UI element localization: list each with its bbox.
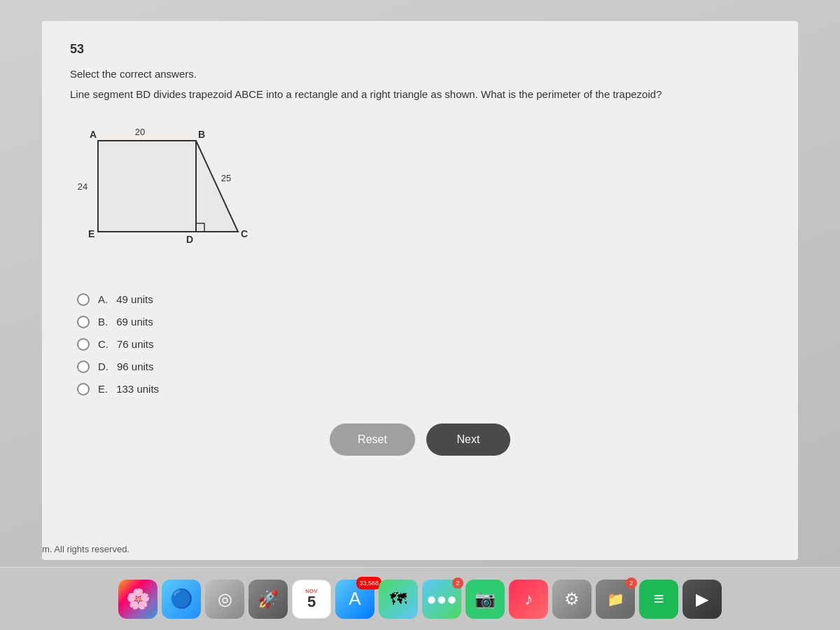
- dock-facetime[interactable]: 📷: [465, 580, 505, 619]
- music-icon: ♪: [524, 589, 533, 609]
- question-number: 53: [70, 42, 770, 57]
- spotify-icon: ≡: [653, 588, 664, 610]
- option-b-row[interactable]: B. 69 units: [77, 316, 770, 328]
- option-d-radio[interactable]: [77, 360, 90, 373]
- photos-icon: 🌸: [126, 587, 150, 610]
- extra-icon: ▶: [696, 589, 708, 609]
- option-e-text: 133 units: [116, 383, 159, 395]
- finder-icon: 🔵: [170, 588, 192, 610]
- svg-text:24: 24: [78, 181, 88, 192]
- buttons-row: Reset Next: [70, 424, 770, 456]
- content-area: 53 Select the correct answers. Line segm…: [42, 21, 798, 560]
- appstore-icon: A: [349, 588, 360, 610]
- dock-siri[interactable]: ◎: [205, 580, 244, 619]
- dock-appstore[interactable]: A 33,568: [335, 580, 374, 619]
- siri-icon: ◎: [218, 589, 232, 609]
- svg-text:25: 25: [221, 173, 231, 183]
- dock-photos[interactable]: 🌸: [118, 580, 158, 619]
- option-a-row[interactable]: A. 49 units: [77, 293, 770, 306]
- option-c-label: C.: [98, 338, 108, 350]
- option-b-label: B.: [98, 316, 108, 328]
- question-text: Line segment BD divides trapezoid ABCE i…: [70, 87, 770, 103]
- option-c-row[interactable]: C. 76 units: [77, 338, 770, 351]
- dock-finder2[interactable]: 📁 2: [596, 580, 635, 619]
- option-b-text: 69 units: [116, 316, 153, 328]
- option-e-label: E.: [98, 383, 108, 395]
- diagram: A B C D E 20 24 25: [77, 120, 301, 274]
- finder2-badge: 2: [626, 578, 637, 589]
- instruction-text: Select the correct answers.: [70, 68, 770, 80]
- maps-icon: 🗺: [390, 589, 407, 609]
- option-c-text: 76 units: [117, 338, 154, 350]
- calendar-day: 5: [307, 594, 316, 610]
- svg-text:B: B: [198, 129, 205, 140]
- option-a-text: 49 units: [116, 293, 153, 305]
- messages-badge: 2: [452, 578, 463, 589]
- svg-text:20: 20: [135, 127, 145, 137]
- svg-text:E: E: [88, 228, 94, 239]
- reset-button[interactable]: Reset: [330, 424, 415, 456]
- dock-finder[interactable]: 🔵: [162, 580, 201, 619]
- next-button[interactable]: Next: [426, 424, 510, 456]
- option-b-radio[interactable]: [77, 316, 90, 328]
- dock-music[interactable]: ♪: [509, 580, 548, 619]
- appstore-badge: 33,568: [356, 577, 382, 589]
- option-e-row[interactable]: E. 133 units: [77, 383, 770, 396]
- dock-launchpad[interactable]: 🚀: [248, 580, 288, 619]
- option-c-radio[interactable]: [77, 338, 90, 351]
- option-d-row[interactable]: D. 96 units: [77, 360, 770, 373]
- footer-copyright: m. All rights reserved.: [42, 544, 130, 554]
- svg-text:D: D: [186, 234, 193, 245]
- calendar-display: NOV 5: [305, 588, 317, 610]
- settings-icon: ⚙: [564, 589, 580, 609]
- finder2-icon: 📁: [607, 591, 624, 608]
- dock: 🌸 🔵 ◎ 🚀 NOV 5 A 33,568 🗺 ●●● 2: [0, 567, 840, 630]
- messages-icon: ●●●: [426, 589, 457, 609]
- option-a-radio[interactable]: [77, 293, 90, 306]
- option-e-radio[interactable]: [77, 383, 90, 396]
- svg-text:A: A: [90, 129, 97, 140]
- options-container: A. 49 units B. 69 units C. 76 units D. 9…: [77, 293, 770, 396]
- screen: 53 Select the correct answers. Line segm…: [0, 0, 840, 630]
- option-a-label: A.: [98, 293, 108, 305]
- dock-messages[interactable]: ●●● 2: [422, 580, 461, 619]
- dock-maps[interactable]: 🗺: [379, 580, 418, 619]
- facetime-icon: 📷: [475, 589, 496, 609]
- dock-spotify[interactable]: ≡: [639, 580, 678, 619]
- svg-rect-0: [98, 141, 196, 232]
- option-d-text: 96 units: [117, 360, 154, 372]
- launchpad-icon: 🚀: [258, 589, 279, 609]
- option-d-label: D.: [98, 360, 108, 372]
- svg-text:C: C: [241, 228, 248, 239]
- dock-calendar[interactable]: NOV 5: [292, 580, 331, 619]
- dock-extra[interactable]: ▶: [682, 580, 722, 619]
- dock-settings[interactable]: ⚙: [552, 580, 592, 619]
